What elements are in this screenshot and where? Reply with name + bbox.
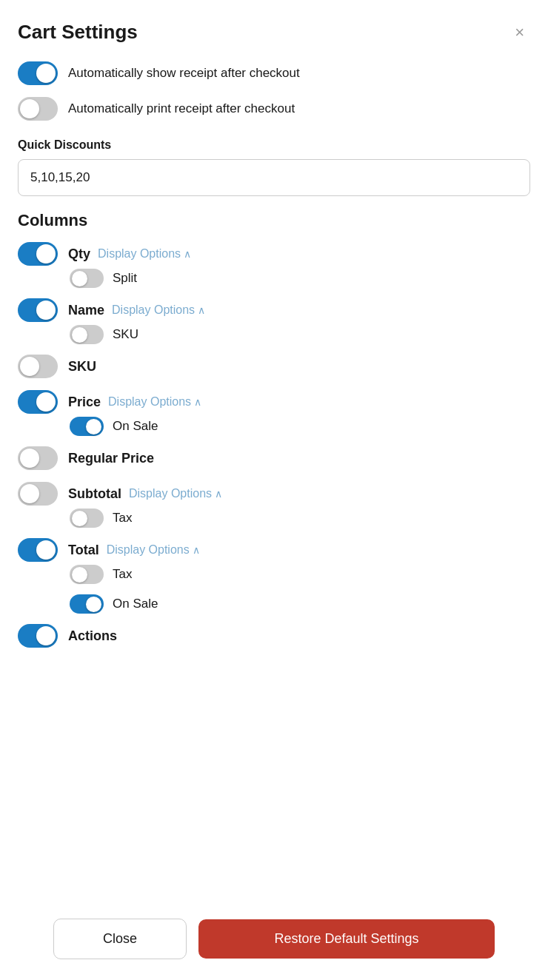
close-button[interactable]: Close	[53, 919, 187, 959]
on-sale-total-toggle[interactable]	[70, 594, 104, 614]
total-label: Total	[68, 543, 99, 558]
modal-footer: Close Restore Default Settings	[18, 901, 530, 959]
total-toggle[interactable]	[18, 538, 58, 562]
total-row: Total Display Options ∧	[18, 538, 530, 562]
subtotal-display-options-btn[interactable]: Display Options ∧	[129, 487, 222, 500]
close-icon-button[interactable]: ×	[509, 21, 530, 44]
tax-total-toggle[interactable]	[70, 565, 104, 584]
restore-defaults-button[interactable]: Restore Default Settings	[198, 919, 495, 959]
price-row: Price Display Options ∧	[18, 390, 530, 414]
name-chevron-icon: ∧	[198, 304, 205, 316]
name-toggle[interactable]	[18, 298, 58, 322]
subtotal-row: Subtotal Display Options ∧	[18, 482, 530, 506]
price-toggle[interactable]	[18, 390, 58, 414]
tax-subtotal-toggle[interactable]	[70, 509, 104, 528]
on-sale-total-label: On Sale	[113, 597, 158, 611]
on-sale-price-toggle[interactable]	[70, 417, 104, 436]
modal-title: Cart Settings	[18, 21, 138, 44]
subtotal-chevron-icon: ∧	[215, 488, 222, 500]
name-row: Name Display Options ∧	[18, 298, 530, 322]
qty-display-options-btn[interactable]: Display Options ∧	[98, 247, 191, 261]
cart-settings-modal: Cart Settings × Automatically show recei…	[0, 0, 548, 980]
tax-subtotal-sub-row: Tax	[70, 509, 530, 528]
qty-label: Qty	[68, 246, 90, 262]
columns-section: Columns Qty Display Options ∧ Split	[18, 211, 530, 660]
subtotal-toggle[interactable]	[18, 482, 58, 506]
on-sale-price-label: On Sale	[113, 419, 158, 434]
quick-discounts-section: Quick Discounts	[18, 132, 530, 196]
sku-sub-toggle[interactable]	[70, 325, 104, 344]
modal-header: Cart Settings ×	[18, 21, 530, 44]
qty-row: Qty Display Options ∧	[18, 242, 530, 266]
regular-price-toggle[interactable]	[18, 446, 58, 470]
auto-show-receipt-toggle[interactable]	[18, 61, 58, 85]
sku-sub-row: SKU	[70, 325, 530, 344]
auto-show-receipt-row: Automatically show receipt after checkou…	[18, 61, 530, 85]
quick-discounts-label: Quick Discounts	[18, 138, 530, 152]
regular-price-row: Regular Price	[18, 446, 530, 470]
sku-row: SKU	[18, 355, 530, 378]
auto-print-receipt-toggle[interactable]	[18, 97, 58, 121]
price-display-options-btn[interactable]: Display Options ∧	[108, 395, 201, 409]
auto-show-receipt-label: Automatically show receipt after checkou…	[68, 66, 300, 81]
on-sale-total-sub-row: On Sale	[70, 594, 530, 614]
columns-title: Columns	[18, 211, 530, 230]
name-display-options-btn[interactable]: Display Options ∧	[112, 303, 205, 317]
name-label: Name	[68, 303, 104, 318]
tax-subtotal-label: Tax	[113, 511, 132, 526]
tax-total-sub-row: Tax	[70, 565, 530, 584]
split-toggle[interactable]	[70, 269, 104, 288]
auto-print-receipt-label: Automatically print receipt after checko…	[68, 101, 295, 116]
qty-toggle[interactable]	[18, 242, 58, 266]
quick-discounts-input[interactable]	[18, 159, 530, 196]
price-chevron-icon: ∧	[194, 396, 201, 408]
split-sub-row: Split	[70, 269, 530, 288]
sku-label: SKU	[68, 359, 96, 375]
split-label: Split	[113, 271, 137, 286]
subtotal-label: Subtotal	[68, 486, 121, 502]
total-chevron-icon: ∧	[193, 544, 200, 556]
actions-label: Actions	[68, 628, 117, 644]
actions-row: Actions	[18, 624, 530, 648]
sku-toggle[interactable]	[18, 355, 58, 378]
tax-total-label: Tax	[113, 567, 132, 582]
sku-sub-label: SKU	[113, 327, 138, 342]
auto-print-receipt-row: Automatically print receipt after checko…	[18, 97, 530, 121]
regular-price-label: Regular Price	[68, 451, 154, 466]
on-sale-price-sub-row: On Sale	[70, 417, 530, 436]
actions-toggle[interactable]	[18, 624, 58, 648]
total-display-options-btn[interactable]: Display Options ∧	[107, 543, 200, 557]
price-label: Price	[68, 395, 101, 410]
qty-chevron-icon: ∧	[184, 248, 191, 260]
